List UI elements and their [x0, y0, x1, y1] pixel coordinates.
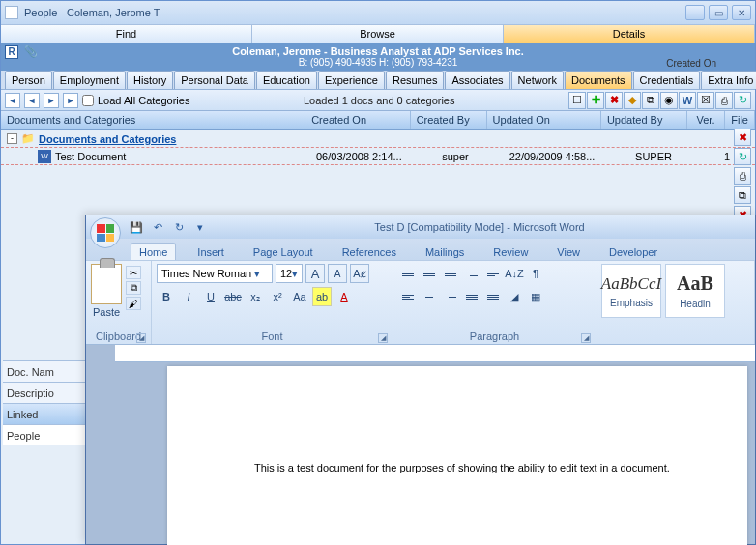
subtab-education[interactable]: Education: [256, 71, 317, 89]
subscript-button[interactable]: x₂: [246, 287, 265, 306]
qat-dropdown[interactable]: ▾: [192, 219, 208, 235]
tb-add[interactable]: ✚: [587, 92, 604, 109]
align-center-button[interactable]: [420, 287, 439, 306]
clear-format-button[interactable]: Aȼ: [350, 264, 369, 283]
col-updatedon[interactable]: Updated On: [487, 111, 601, 129]
rtab-insert[interactable]: Insert: [189, 244, 232, 260]
col-createdby[interactable]: Created By: [411, 111, 487, 129]
multilevel-button[interactable]: [441, 264, 460, 283]
root-link[interactable]: Documents and Categories: [39, 133, 176, 145]
nav-last[interactable]: ►: [63, 93, 78, 108]
grow-font-button[interactable]: A: [305, 264, 325, 283]
borders-button[interactable]: ▦: [526, 287, 545, 306]
side-refresh[interactable]: ↻: [734, 148, 751, 165]
tb-new[interactable]: ☐: [568, 92, 586, 109]
linespacing-button[interactable]: [483, 287, 503, 306]
document-page[interactable]: This is a test document for the purposes…: [167, 366, 747, 545]
bold-button[interactable]: B: [157, 287, 176, 306]
side-copy[interactable]: ⧉: [734, 186, 751, 204]
close-button[interactable]: ✕: [732, 5, 751, 20]
record-indicator[interactable]: R: [5, 45, 18, 59]
qat-save[interactable]: 💾: [129, 219, 144, 235]
maximize-button[interactable]: ▭: [709, 5, 728, 20]
tb-refresh[interactable]: ↻: [734, 92, 751, 109]
shading-button[interactable]: ◢: [505, 287, 524, 306]
side-print[interactable]: ⎙: [734, 167, 751, 185]
nav-next[interactable]: ►: [44, 93, 59, 108]
rtab-home[interactable]: Home: [131, 243, 176, 260]
tab-find[interactable]: Find: [1, 24, 252, 43]
font-dialog-launcher[interactable]: ◢: [378, 333, 388, 343]
rtab-developer[interactable]: Developer: [601, 244, 665, 260]
cut-button[interactable]: ✂: [126, 266, 141, 279]
tab-browse[interactable]: Browse: [252, 24, 504, 43]
subtab-credentials[interactable]: Credentials: [633, 71, 701, 89]
numbering-button[interactable]: [420, 264, 439, 283]
table-row[interactable]: W Test Document 06/03/2008 2:14... super…: [1, 148, 755, 165]
subtab-documents[interactable]: Documents: [565, 71, 632, 89]
tb-print[interactable]: ⎙: [715, 92, 733, 109]
rtab-mailings[interactable]: Mailings: [418, 244, 472, 260]
load-all-checkbox[interactable]: [82, 95, 94, 106]
tb-lock[interactable]: ◆: [624, 92, 641, 109]
tb-camera[interactable]: ◉: [660, 92, 678, 109]
changecase-button[interactable]: Aa: [290, 287, 309, 306]
tb-word[interactable]: W: [679, 92, 696, 109]
office-button[interactable]: [90, 217, 121, 248]
showmarks-button[interactable]: ¶: [526, 264, 545, 283]
underline-button[interactable]: U: [201, 287, 220, 306]
font-name-combo[interactable]: Times New Roman▾: [157, 264, 273, 283]
minimize-button[interactable]: —: [685, 5, 705, 20]
nav-prev[interactable]: ◄: [24, 93, 40, 108]
subtab-employment[interactable]: Employment: [53, 71, 126, 89]
clipboard-dialog-launcher[interactable]: ◢: [136, 333, 146, 343]
justify-button[interactable]: [462, 287, 481, 306]
paste-button[interactable]: Paste: [93, 306, 120, 318]
subtab-experience[interactable]: Experience: [318, 71, 385, 89]
ruler[interactable]: [115, 345, 755, 362]
style-heading[interactable]: AaB Headin: [665, 264, 725, 318]
nav-first[interactable]: ◄: [5, 93, 20, 108]
subtab-resumes[interactable]: Resumes: [386, 71, 444, 89]
paperclip-icon[interactable]: 📎: [24, 45, 38, 58]
inc-indent-button[interactable]: [483, 264, 503, 283]
copy-button[interactable]: ⧉: [126, 281, 141, 295]
style-emphasis[interactable]: AaBbCcI Emphasis: [601, 264, 661, 318]
col-createdon[interactable]: Created On: [305, 111, 410, 129]
subtab-person[interactable]: Person: [5, 71, 52, 89]
rtab-review[interactable]: Review: [485, 244, 536, 260]
subtab-extra-info[interactable]: Extra Info: [701, 71, 756, 89]
tb-x1[interactable]: ☒: [697, 92, 714, 109]
highlight-button[interactable]: ab: [312, 287, 332, 306]
align-left-button[interactable]: [398, 287, 418, 306]
rtab-view[interactable]: View: [549, 244, 588, 260]
tree-root-row[interactable]: - 📁 Documents and Categories: [1, 130, 755, 148]
bullets-button[interactable]: [398, 264, 418, 283]
fontcolor-button[interactable]: A: [334, 287, 354, 306]
shrink-font-button[interactable]: A: [328, 264, 347, 283]
rtab-pagelayout[interactable]: Page Layout: [246, 244, 321, 260]
para-dialog-launcher[interactable]: ◢: [581, 333, 591, 343]
col-updatedby[interactable]: Updated By: [601, 111, 687, 129]
tab-details[interactable]: Details: [504, 24, 755, 43]
col-ver[interactable]: Ver.: [687, 111, 726, 129]
italic-button[interactable]: I: [179, 287, 198, 306]
subtab-associates[interactable]: Associates: [445, 71, 509, 89]
qat-redo[interactable]: ↻: [171, 219, 187, 235]
align-right-button[interactable]: [441, 287, 460, 306]
subtab-history[interactable]: History: [127, 71, 173, 89]
subtab-network[interactable]: Network: [511, 71, 564, 89]
tree-collapse-icon[interactable]: -: [7, 133, 17, 144]
sort-button[interactable]: A↓Z: [505, 264, 524, 283]
font-size-combo[interactable]: 12▾: [276, 264, 303, 283]
strike-button[interactable]: abc: [223, 287, 243, 306]
dec-indent-button[interactable]: [462, 264, 481, 283]
col-docs[interactable]: Documents and Categories: [1, 111, 305, 129]
tb-delete[interactable]: ✖: [605, 92, 623, 109]
subtab-personal-data[interactable]: Personal Data: [174, 71, 255, 89]
col-file[interactable]: File: [725, 111, 755, 129]
format-painter-button[interactable]: 🖌: [126, 297, 141, 310]
rtab-references[interactable]: References: [334, 244, 404, 260]
tb-dup[interactable]: ⧉: [642, 92, 659, 109]
superscript-button[interactable]: x²: [268, 287, 287, 306]
